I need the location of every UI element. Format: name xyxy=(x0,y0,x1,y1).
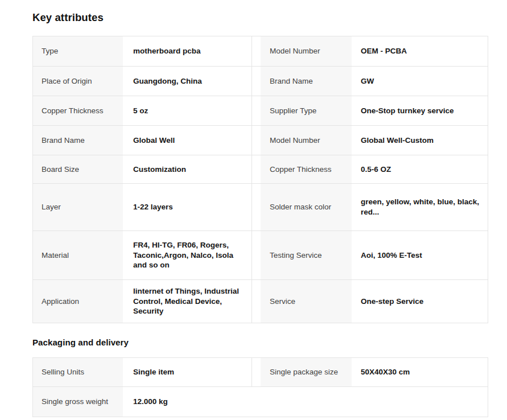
column-gap xyxy=(252,280,261,323)
attribute-label: Type xyxy=(33,36,123,66)
attribute-label: Copper Thickness xyxy=(261,155,352,183)
table-row: Single gross weight12.000 kg xyxy=(33,387,488,417)
empty-cell xyxy=(261,387,352,417)
attribute-value: 0.5-6 OZ xyxy=(352,155,488,183)
attribute-value: motherboard pcba xyxy=(123,36,252,66)
column-gap xyxy=(252,96,261,125)
attribute-value: Aoi, 100% E-Test xyxy=(352,231,488,279)
column-gap xyxy=(252,155,261,183)
table-row: Typemotherboard pcbaModel NumberOEM - PC… xyxy=(33,36,488,67)
packaging-table: Selling UnitsSingle itemSingle package s… xyxy=(32,357,488,417)
product-attributes-page: Key attributes Typemotherboard pcbaModel… xyxy=(0,0,507,417)
attribute-label: Model Number xyxy=(261,36,352,66)
table-row: ApplicationIinternet of Things, Industri… xyxy=(33,280,488,323)
attribute-label: Service xyxy=(261,280,352,323)
attribute-value: Iinternet of Things, Industrial Control,… xyxy=(123,280,252,323)
column-gap xyxy=(252,387,261,417)
attribute-value: Single item xyxy=(123,358,252,386)
attribute-label: Board Size xyxy=(33,155,123,183)
table-row: Copper Thickness5 ozSupplier TypeOne-Sto… xyxy=(33,96,488,126)
column-gap xyxy=(252,358,261,386)
attribute-value: FR4, HI-TG, FR06, Rogers, Taconic,Argon,… xyxy=(123,231,252,279)
attribute-value: Customization xyxy=(123,155,252,183)
attribute-label: Brand Name xyxy=(33,126,123,155)
column-gap xyxy=(252,67,261,96)
table-row: Place of OriginGuangdong, ChinaBrand Nam… xyxy=(33,67,488,96)
attribute-label: Single package size xyxy=(261,358,352,386)
table-row: Brand NameGlobal WellModel NumberGlobal … xyxy=(33,126,488,155)
attribute-label: Selling Units xyxy=(33,358,123,386)
attribute-value: 12.000 kg xyxy=(123,387,252,417)
packaging-title: Packaging and delivery xyxy=(32,337,507,347)
attribute-value: OEM - PCBA xyxy=(352,36,488,66)
table-row: Board SizeCustomizationCopper Thickness0… xyxy=(33,155,488,184)
column-gap xyxy=(252,231,261,279)
column-gap xyxy=(252,126,261,155)
attribute-value: GW xyxy=(352,67,488,96)
attribute-value: One-step Service xyxy=(352,280,488,323)
column-gap xyxy=(252,184,261,230)
attribute-label: Brand Name xyxy=(261,67,352,96)
attribute-value: 5 oz xyxy=(123,96,252,125)
attribute-value: 1-22 layers xyxy=(123,184,252,230)
attribute-value: Global Well xyxy=(123,126,252,155)
attribute-value: One-Stop turnkey service xyxy=(352,96,488,125)
attribute-label: Application xyxy=(33,280,123,323)
attribute-label: Copper Thickness xyxy=(33,96,123,125)
attribute-value: 50X40X30 cm xyxy=(352,358,488,386)
key-attributes-table: Typemotherboard pcbaModel NumberOEM - PC… xyxy=(32,36,488,323)
key-attributes-title: Key attributes xyxy=(32,11,507,24)
column-gap xyxy=(252,36,261,66)
table-row: MaterialFR4, HI-TG, FR06, Rogers, Taconi… xyxy=(33,231,488,280)
attribute-value: green, yellow, white, blue, black, red..… xyxy=(352,184,488,230)
table-row: Layer1-22 layersSolder mask colorgreen, … xyxy=(33,184,488,231)
attribute-label: Layer xyxy=(33,184,123,230)
attribute-value: Global Well-Custom xyxy=(352,126,488,155)
empty-cell xyxy=(352,387,488,417)
attribute-label: Material xyxy=(33,231,123,279)
attribute-value: Guangdong, China xyxy=(123,67,252,96)
attribute-label: Model Number xyxy=(261,126,352,155)
attribute-label: Place of Origin xyxy=(33,67,123,96)
attribute-label: Supplier Type xyxy=(261,96,352,125)
attribute-label: Solder mask color xyxy=(261,184,352,230)
attribute-label: Testing Service xyxy=(261,231,352,279)
attribute-label: Single gross weight xyxy=(33,387,123,417)
table-row: Selling UnitsSingle itemSingle package s… xyxy=(33,358,488,387)
